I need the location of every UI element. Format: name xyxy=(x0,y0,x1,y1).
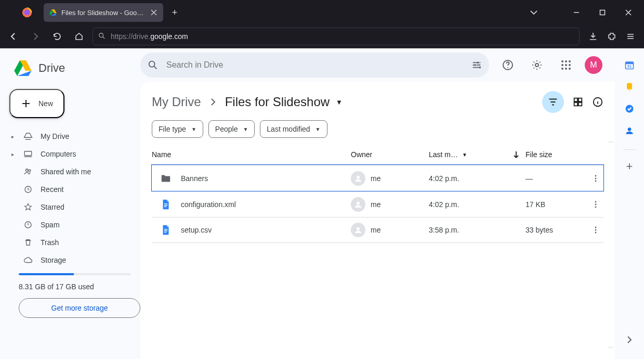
svg-rect-34 xyxy=(579,98,582,101)
addons-plus-icon[interactable]: + xyxy=(624,161,635,172)
browser-titlebar: Files for Slideshow - Google D + xyxy=(0,0,644,25)
forward-button[interactable] xyxy=(27,28,44,45)
window-minimize-icon[interactable] xyxy=(565,2,588,23)
help-icon[interactable] xyxy=(497,55,518,75)
svg-rect-51 xyxy=(164,232,167,233)
contacts-icon[interactable] xyxy=(624,125,635,136)
drive-favicon xyxy=(49,8,57,17)
column-modified[interactable]: Last m…▼ xyxy=(429,150,507,159)
row-overflow-icon[interactable] xyxy=(588,174,603,183)
svg-rect-44 xyxy=(164,206,167,207)
extensions-icon[interactable] xyxy=(603,28,620,45)
search-options-icon[interactable] xyxy=(470,59,483,71)
star-icon xyxy=(23,202,33,212)
svg-point-45 xyxy=(357,201,360,204)
table-row[interactable]: configuration.xmlme4:02 p.m.17 KB xyxy=(152,191,603,217)
account-avatar[interactable]: M xyxy=(585,56,602,74)
chip-filetype[interactable]: File type▼ xyxy=(152,120,203,138)
svg-point-24 xyxy=(561,60,563,62)
svg-point-39 xyxy=(595,175,597,176)
table-row[interactable]: Bannersme4:02 p.m.— xyxy=(152,165,603,191)
sidebar-item-storage[interactable]: ▸Storage xyxy=(0,251,140,269)
svg-point-28 xyxy=(565,64,567,66)
chip-people[interactable]: People▼ xyxy=(208,120,255,138)
caret-icon[interactable]: ▸ xyxy=(11,151,18,157)
info-icon[interactable] xyxy=(592,96,603,108)
table-row[interactable]: setup.csvme3:58 p.m.33 bytes xyxy=(152,217,603,243)
tasks-icon[interactable] xyxy=(624,104,635,114)
address-bar[interactable]: https://drive.google.com xyxy=(93,28,580,45)
svg-point-14 xyxy=(29,170,31,172)
svg-point-23 xyxy=(535,63,538,67)
new-tab-button[interactable]: + xyxy=(166,4,183,21)
caret-down-icon: ▼ xyxy=(243,126,248,132)
svg-point-32 xyxy=(569,68,571,70)
svg-rect-36 xyxy=(579,102,582,106)
svg-point-48 xyxy=(595,206,597,208)
sidebar-item-recent[interactable]: ▸Recent xyxy=(0,181,140,198)
svg-point-53 xyxy=(595,227,597,228)
caret-icon[interactable]: ▸ xyxy=(11,134,18,139)
content: M My Drive Files for Slideshow ▼ xyxy=(140,48,615,359)
sidebar-label: Trash xyxy=(41,238,59,247)
modified-time: 4:02 p.m. xyxy=(429,174,507,183)
tab-close-icon[interactable] xyxy=(150,8,158,17)
search-icon[interactable] xyxy=(147,59,159,71)
clock-icon xyxy=(23,184,33,195)
file-name: configuration.xml xyxy=(181,200,236,209)
table-header: Name Owner Last m…▼ File size xyxy=(152,150,603,165)
column-name[interactable]: Name xyxy=(152,150,351,159)
tabs-overview-icon[interactable] xyxy=(523,2,544,23)
people-icon xyxy=(23,166,33,177)
window-maximize-icon[interactable] xyxy=(591,2,614,23)
svg-rect-50 xyxy=(164,230,167,231)
breadcrumb-current[interactable]: Files for Slideshow xyxy=(225,95,330,109)
breadcrumb-root[interactable]: My Drive xyxy=(152,95,201,109)
search-box[interactable] xyxy=(140,53,489,78)
filter-list-icon[interactable] xyxy=(542,91,564,113)
browser-toolbar: https://drive.google.com xyxy=(0,25,644,48)
apps-icon[interactable] xyxy=(556,55,576,75)
grid-view-icon[interactable] xyxy=(572,96,584,108)
sidebar-item-starred[interactable]: ▸Starred xyxy=(0,198,140,216)
browser-tab[interactable]: Files for Slideshow - Google D xyxy=(44,3,163,22)
sidebar-item-computers[interactable]: ▸Computers xyxy=(0,145,140,163)
keep-icon[interactable] xyxy=(624,82,635,92)
column-size[interactable]: File size xyxy=(525,150,588,159)
column-owner[interactable]: Owner xyxy=(351,150,429,159)
svg-point-18 xyxy=(477,62,479,64)
sort-direction-icon[interactable] xyxy=(507,150,525,159)
search-input[interactable] xyxy=(166,60,463,70)
sidebar-item-trash[interactable]: ▸Trash xyxy=(0,234,140,251)
sidebar-item-spam[interactable]: ▸Spam xyxy=(0,216,140,234)
collapse-rail-icon[interactable] xyxy=(625,335,634,344)
row-overflow-icon[interactable] xyxy=(588,200,603,209)
svg-point-26 xyxy=(569,60,571,62)
owner-name: me xyxy=(371,174,380,183)
settings-icon[interactable] xyxy=(527,55,547,75)
folder-icon xyxy=(160,173,172,184)
chip-modified[interactable]: Last modified▼ xyxy=(260,120,327,138)
new-button[interactable]: New xyxy=(9,89,64,118)
file-name: Banners xyxy=(181,174,208,183)
svg-point-40 xyxy=(595,177,597,179)
sidebar-label: Recent xyxy=(41,185,63,194)
downloads-icon[interactable] xyxy=(585,28,601,45)
new-button-label: New xyxy=(38,99,53,108)
home-button[interactable] xyxy=(71,28,87,45)
calendar-icon[interactable]: 31 xyxy=(624,60,635,70)
url-text: https://drive.google.com xyxy=(111,32,188,41)
app-menu-icon[interactable] xyxy=(622,28,639,45)
get-more-storage-button[interactable]: Get more storage xyxy=(19,298,140,318)
sidebar-item-mydrive[interactable]: ▸My Drive xyxy=(0,127,140,145)
window-close-icon[interactable] xyxy=(617,2,640,23)
sidebar-label: Computers xyxy=(41,150,76,158)
reload-button[interactable] xyxy=(49,28,65,45)
svg-rect-43 xyxy=(164,204,167,205)
brand[interactable]: Drive xyxy=(0,55,140,86)
sidebar-item-shared[interactable]: ▸Shared with me xyxy=(0,163,140,181)
firefox-icon xyxy=(20,5,34,20)
breadcrumb-dropdown-icon[interactable]: ▼ xyxy=(336,98,343,106)
row-overflow-icon[interactable] xyxy=(588,226,603,234)
back-button[interactable] xyxy=(5,28,22,45)
